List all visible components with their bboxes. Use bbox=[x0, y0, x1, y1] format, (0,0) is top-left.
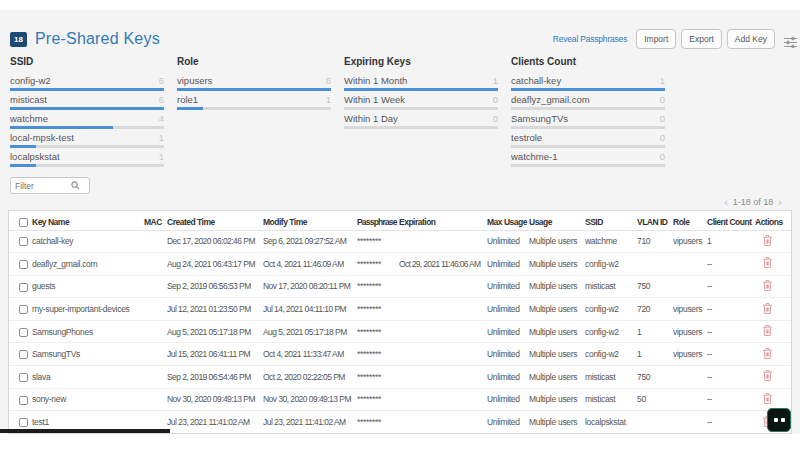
cell-vlan: 1 bbox=[637, 320, 673, 343]
cell-created: Sep 2, 2019 06:54:46 PM bbox=[167, 366, 263, 389]
column-header-mac[interactable]: MAC bbox=[144, 211, 167, 230]
add-key-button[interactable]: Add Key bbox=[727, 29, 775, 49]
column-header-role[interactable]: Role bbox=[673, 211, 707, 230]
cell-role bbox=[673, 388, 707, 411]
select-all-checkbox[interactable] bbox=[19, 218, 28, 227]
row-checkbox[interactable] bbox=[19, 305, 28, 314]
table-row: sony-newNov 30, 2020 09:49:13 PMNov 30, … bbox=[9, 388, 792, 411]
cell-ssid: misticast bbox=[585, 275, 637, 298]
filter-col-title: Role bbox=[177, 56, 331, 67]
delete-key-icon[interactable] bbox=[763, 348, 772, 361]
row-checkbox[interactable] bbox=[19, 373, 28, 382]
filter-item[interactable]: role11 bbox=[177, 94, 331, 113]
delete-key-icon[interactable] bbox=[763, 303, 772, 316]
column-header-client-count[interactable]: Client Count bbox=[707, 211, 755, 230]
table-settings-icon[interactable] bbox=[784, 34, 797, 45]
delete-key-icon[interactable] bbox=[763, 325, 772, 338]
cell-modified: Jul 14, 2021 04:11:10 PM bbox=[263, 298, 357, 321]
cell-key: deaflyz_gmail.com bbox=[32, 253, 144, 276]
cell-mac bbox=[144, 275, 167, 298]
export-button[interactable]: Export bbox=[681, 29, 722, 49]
cell-clients: -- bbox=[707, 388, 755, 411]
cell-max: Unlimited bbox=[487, 298, 529, 321]
filter-item[interactable]: misticast6 bbox=[10, 94, 164, 113]
filter-item[interactable]: deaflyz_gmail.com0 bbox=[511, 94, 665, 113]
filter-item[interactable]: watchme-10 bbox=[511, 151, 665, 170]
cell-usage: Multiple users bbox=[529, 343, 585, 366]
filter-col-expiring-keys: Expiring KeysWithin 1 Month1Within 1 Wee… bbox=[344, 56, 498, 170]
column-header-ssid[interactable]: SSID bbox=[585, 211, 637, 230]
filter-item[interactable]: Within 1 Day0 bbox=[344, 113, 498, 132]
cell-clients: -- bbox=[707, 275, 755, 298]
filter-item-count: 0 bbox=[660, 113, 665, 124]
delete-key-icon[interactable] bbox=[763, 393, 772, 406]
cell-exp bbox=[399, 366, 487, 389]
row-checkbox[interactable] bbox=[19, 328, 28, 337]
filter-item-label: Within 1 Day bbox=[344, 113, 398, 124]
cell-clients: -- bbox=[707, 366, 755, 389]
column-header-expiration[interactable]: Expiration bbox=[399, 211, 487, 230]
cell-max: Unlimited bbox=[487, 366, 529, 389]
pagination-label: 1-18 of 18 bbox=[733, 197, 774, 207]
row-checkbox[interactable] bbox=[19, 283, 28, 292]
filter-input[interactable] bbox=[15, 181, 71, 191]
reveal-passphrases-link[interactable]: Reveal Passphrases bbox=[553, 34, 627, 44]
delete-key-icon[interactable] bbox=[763, 370, 772, 383]
row-checkbox[interactable] bbox=[19, 350, 28, 359]
column-header-modify-time[interactable]: Modify Time bbox=[263, 211, 357, 230]
delete-key-icon[interactable] bbox=[763, 235, 772, 248]
filter-item[interactable]: config-w26 bbox=[10, 75, 164, 94]
filter-item[interactable]: Within 1 Week0 bbox=[344, 94, 498, 113]
cell-vlan bbox=[637, 253, 673, 276]
cell-modified: Nov 17, 2020 08:20:11 PM bbox=[263, 275, 357, 298]
filter-item[interactable]: local-mpsk-test1 bbox=[10, 132, 164, 151]
filter-item[interactable]: catchall-key1 bbox=[511, 75, 665, 94]
filter-item-bar bbox=[177, 107, 331, 110]
column-header-max-usage[interactable]: Max Usage bbox=[487, 211, 529, 230]
filter-col-role: Rolevipusers6role11 bbox=[177, 56, 331, 170]
column-header-usage[interactable]: Usage bbox=[529, 211, 585, 230]
column-header-created-time[interactable]: Created Time bbox=[167, 211, 263, 230]
filter-item[interactable]: vipusers6 bbox=[177, 75, 331, 94]
filter-item-count: 1 bbox=[493, 75, 498, 86]
cell-usage: Multiple users bbox=[529, 253, 585, 276]
filter-item[interactable]: localpskstat1 bbox=[10, 151, 164, 170]
filter-item[interactable]: testrole0 bbox=[511, 132, 665, 151]
filter-search bbox=[10, 177, 90, 194]
table-row: slavaSep 2, 2019 06:54:46 PMOct 2, 2020 … bbox=[9, 366, 792, 389]
cell-vlan: 720 bbox=[637, 298, 673, 321]
prev-page-icon[interactable]: ‹ bbox=[724, 196, 728, 208]
row-checkbox[interactable] bbox=[19, 260, 28, 269]
cell-ssid: config-w2 bbox=[585, 320, 637, 343]
delete-key-icon[interactable] bbox=[763, 257, 772, 270]
row-checkbox[interactable] bbox=[19, 237, 28, 246]
cell-vlan: 710 bbox=[637, 230, 673, 253]
cell-max: Unlimited bbox=[487, 253, 529, 276]
next-page-icon[interactable]: › bbox=[778, 196, 782, 208]
horizontal-scrollbar[interactable] bbox=[0, 429, 170, 433]
delete-key-icon[interactable] bbox=[763, 280, 772, 293]
filter-item[interactable]: watchme4 bbox=[10, 113, 164, 132]
filter-item-bar bbox=[177, 88, 331, 91]
filter-item-label: localpskstat bbox=[10, 151, 60, 162]
filter-item[interactable]: SamsungTVs0 bbox=[511, 113, 665, 132]
column-header-passphrase[interactable]: Passphrase bbox=[357, 211, 399, 230]
recorder-badge[interactable] bbox=[767, 408, 791, 432]
filter-item-label: watchme-1 bbox=[511, 151, 557, 162]
row-checkbox[interactable] bbox=[19, 418, 28, 427]
column-header-actions[interactable]: Actions bbox=[755, 211, 792, 230]
column-header-vlan-id[interactable]: VLAN ID bbox=[637, 211, 673, 230]
cell-ssid: watchme bbox=[585, 230, 637, 253]
filter-item-label: watchme bbox=[10, 113, 48, 124]
cell-max: Unlimited bbox=[487, 320, 529, 343]
cell-ssid: config-w2 bbox=[585, 298, 637, 321]
filter-item-bar bbox=[10, 126, 164, 129]
filter-item-bar bbox=[344, 126, 498, 129]
cell-clients: -- bbox=[707, 298, 755, 321]
column-header-key-name[interactable]: Key Name bbox=[32, 211, 144, 230]
row-checkbox[interactable] bbox=[19, 396, 28, 405]
filter-item-bar bbox=[10, 107, 164, 110]
filter-item[interactable]: Within 1 Month1 bbox=[344, 75, 498, 94]
import-button[interactable]: Import bbox=[636, 29, 676, 49]
cell-max: Unlimited bbox=[487, 343, 529, 366]
